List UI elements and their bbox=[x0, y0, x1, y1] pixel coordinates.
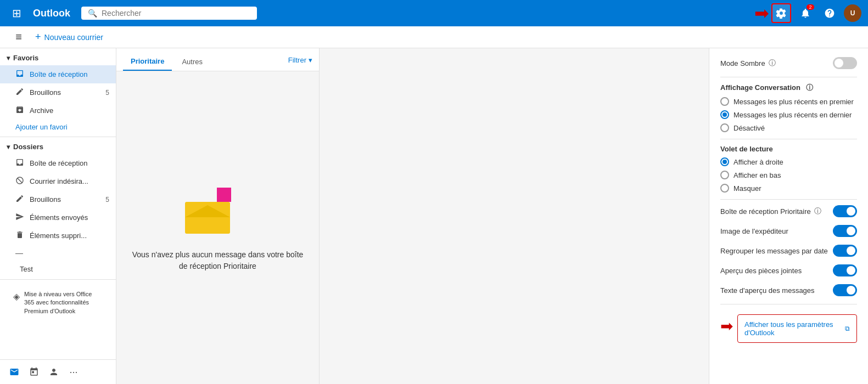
radio-right-label: Afficher à droite bbox=[733, 158, 783, 166]
sidebar-item-folders-inbox[interactable]: Boîte de réception bbox=[0, 154, 116, 172]
mail-footer-icon[interactable] bbox=[7, 364, 22, 380]
sidebar-item-drafts[interactable]: Brouillons 5 bbox=[0, 83, 116, 101]
priority-inbox-row: Boîte de réception Prioritaire ⓘ bbox=[720, 205, 857, 217]
radio-newest-first[interactable]: Messages les plus récents en premier bbox=[720, 97, 857, 106]
dark-mode-label: Mode Sombre ⓘ bbox=[720, 58, 776, 68]
drafts-count: 5 bbox=[105, 89, 109, 97]
sidebar-item-drafts2[interactable]: Brouillons 5 bbox=[0, 190, 116, 208]
notifications-button[interactable]: 2 bbox=[796, 3, 815, 23]
sidebar-footer: ··· bbox=[0, 359, 116, 384]
drafts2-label: Brouillons bbox=[30, 195, 61, 204]
sender-image-row: Image de l'expéditeur bbox=[720, 225, 857, 237]
folders-header[interactable]: ▾ Dossiers bbox=[0, 139, 116, 154]
group-by-date-row: Regrouper les messages par date bbox=[720, 245, 857, 257]
empty-state-text: Vous n'avez plus aucun message dans votr… bbox=[127, 249, 308, 272]
sidebar: ▾ Favoris Boîte de réception Brouillons … bbox=[0, 48, 116, 384]
notification-badge: 2 bbox=[807, 4, 814, 10]
help-icon bbox=[824, 8, 835, 19]
settings-divider-1 bbox=[720, 77, 857, 77]
dark-mode-toggle[interactable] bbox=[833, 57, 857, 69]
radio-right[interactable]: Afficher à droite bbox=[720, 157, 857, 166]
chevron-down-icon: ▾ bbox=[7, 54, 10, 62]
junk-icon bbox=[15, 176, 25, 187]
attachments-preview-row: Aperçu des pièces jointes bbox=[720, 264, 857, 276]
drafts-icon bbox=[15, 87, 25, 98]
priority-inbox-toggle[interactable] bbox=[833, 205, 857, 217]
radio-disabled-circle bbox=[720, 123, 729, 132]
radio-bottom[interactable]: Afficher en bas bbox=[720, 171, 857, 179]
more-footer-icon[interactable]: ··· bbox=[66, 364, 81, 380]
upgrade-item[interactable]: ◈ Mise à niveau vers Office 365 avec fon… bbox=[7, 286, 109, 319]
group-by-date-toggle[interactable] bbox=[833, 245, 857, 257]
inbox-icon bbox=[15, 69, 25, 80]
filter-button[interactable]: Filtrer ▾ bbox=[288, 56, 312, 69]
favorites-label: Favoris bbox=[13, 54, 38, 62]
settings-divider-3 bbox=[720, 199, 857, 200]
upgrade-text: Mise à niveau vers Office 365 avec fonct… bbox=[24, 290, 103, 315]
red-arrow-settings: ➡ bbox=[720, 319, 733, 334]
priority-inbox-info-icon[interactable]: ⓘ bbox=[814, 206, 821, 216]
envelope-dot bbox=[217, 188, 231, 202]
dark-mode-info-icon[interactable]: ⓘ bbox=[769, 58, 776, 68]
new-mail-button[interactable]: + Nouveau courrier bbox=[31, 29, 108, 45]
envelope-flap bbox=[185, 205, 230, 217]
radio-newest-last-label: Messages les plus récents en dernier bbox=[733, 111, 852, 119]
radio-disabled-label: Désactivé bbox=[733, 124, 765, 132]
help-button[interactable] bbox=[820, 3, 839, 23]
sidebar-item-collapsed[interactable]: — bbox=[0, 245, 116, 261]
tab-prioritaire[interactable]: Prioritaire bbox=[123, 54, 172, 71]
archive-label: Archive bbox=[30, 106, 53, 115]
reading-pane bbox=[320, 48, 709, 384]
calendar-footer-icon[interactable] bbox=[26, 364, 42, 380]
add-favorite-link[interactable]: Ajouter un favori bbox=[0, 120, 116, 134]
dark-mode-row: Mode Sombre ⓘ bbox=[720, 57, 857, 69]
grid-icon[interactable]: ⊞ bbox=[7, 3, 26, 23]
settings-gear-button[interactable] bbox=[771, 3, 791, 23]
user-avatar[interactable]: U bbox=[844, 4, 861, 22]
sender-image-toggle[interactable] bbox=[833, 225, 857, 237]
settings-divider-4 bbox=[720, 304, 857, 304]
deleted-label: Éléments suppri... bbox=[30, 231, 87, 240]
mail-list-area: Prioritaire Autres Filtrer ▾ Vous n'avez… bbox=[116, 48, 320, 384]
radio-hide[interactable]: Masquer bbox=[720, 184, 857, 193]
sidebar-item-deleted[interactable]: Éléments suppri... bbox=[0, 227, 116, 245]
drafts-label: Brouillons bbox=[30, 88, 61, 97]
filter-chevron-icon: ▾ bbox=[309, 56, 312, 64]
sidebar-item-junk[interactable]: Courrier indésira... bbox=[0, 172, 116, 190]
subtoolbar: ≡ + Nouveau courrier bbox=[0, 26, 868, 48]
search-input[interactable] bbox=[102, 9, 250, 18]
sidebar-item-archive[interactable]: Archive bbox=[0, 101, 116, 120]
archive-icon bbox=[15, 105, 25, 116]
view-all-settings-link[interactable]: Afficher tous les paramètres d'Outlook ⧉ bbox=[737, 314, 857, 343]
message-preview-row: Texte d'aperçu des messages bbox=[720, 284, 857, 296]
radio-newest-first-circle bbox=[720, 97, 729, 106]
plus-icon: + bbox=[35, 31, 41, 43]
chevron-down-icon-2: ▾ bbox=[7, 143, 10, 151]
upgrade-banner: ◈ Mise à niveau vers Office 365 avec fon… bbox=[0, 282, 116, 324]
radio-disabled[interactable]: Désactivé bbox=[720, 123, 857, 132]
sidebar-item-sent[interactable]: Éléments envoyés bbox=[0, 208, 116, 227]
radio-hide-label: Masquer bbox=[733, 184, 761, 193]
radio-newest-last-circle bbox=[720, 110, 729, 119]
message-preview-label: Texte d'aperçu des messages bbox=[720, 286, 815, 295]
radio-newest-last[interactable]: Messages les plus récents en dernier bbox=[720, 110, 857, 119]
contacts-footer-icon[interactable] bbox=[46, 364, 61, 380]
folders-label: Dossiers bbox=[13, 143, 43, 151]
drafts2-icon bbox=[15, 194, 25, 205]
sidebar-item-inbox[interactable]: Boîte de réception bbox=[0, 65, 116, 83]
sender-image-label: Image de l'expéditeur bbox=[720, 227, 788, 235]
sidebar-item-test[interactable]: Test bbox=[0, 261, 116, 277]
collapse-sidebar-button[interactable]: ≡ bbox=[9, 27, 29, 47]
sidebar-divider-2 bbox=[0, 279, 116, 280]
favorites-header[interactable]: ▾ Favoris bbox=[0, 50, 116, 65]
tab-autres[interactable]: Autres bbox=[174, 54, 210, 70]
conversation-radio-group: Messages les plus récents en premier Mes… bbox=[720, 97, 857, 132]
reading-pane-radio-group: Afficher à droite Afficher en bas Masque… bbox=[720, 157, 857, 193]
conversation-info-icon[interactable]: ⓘ bbox=[806, 83, 813, 92]
message-preview-toggle[interactable] bbox=[833, 284, 857, 296]
attachments-preview-toggle[interactable] bbox=[833, 264, 857, 276]
sent-icon bbox=[15, 212, 25, 223]
view-all-settings-row: ➡ Afficher tous les paramètres d'Outlook… bbox=[720, 310, 857, 343]
new-mail-label: Nouveau courrier bbox=[44, 33, 103, 42]
radio-right-circle bbox=[720, 157, 729, 166]
